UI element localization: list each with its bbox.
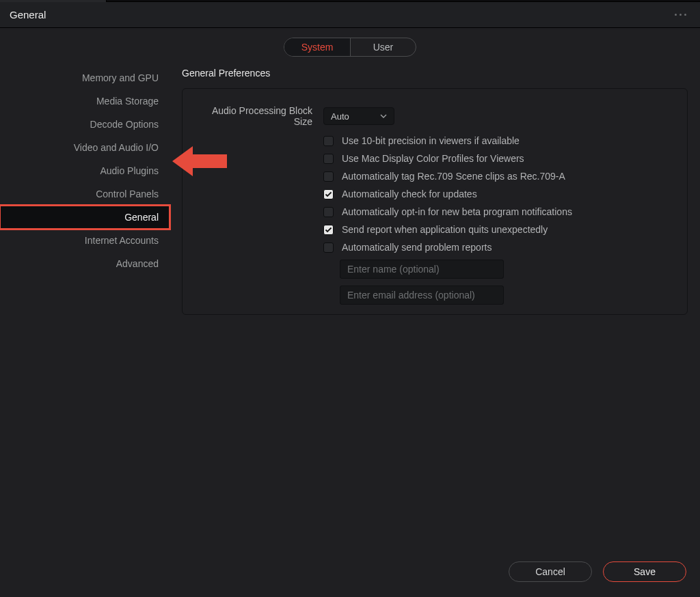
pref-label: Automatically tag Rec.709 Scene clips as… [342, 171, 565, 182]
tab-user[interactable]: User [350, 38, 416, 56]
sidebar-item-internet-accounts[interactable]: Internet Accounts [0, 229, 170, 252]
pref-checkbox[interactable] [323, 171, 334, 182]
pref-label: Send report when application quits unexp… [342, 224, 548, 235]
sidebar-item-audio-plugins[interactable]: Audio Plugins [0, 159, 170, 182]
cancel-button[interactable]: Cancel [509, 561, 592, 582]
block-size-dropdown[interactable]: Auto [323, 107, 394, 125]
sidebar-item-label: Audio Plugins [100, 165, 159, 176]
pref-label: Use 10-bit precision in viewers if avail… [342, 135, 520, 146]
pref-checkbox[interactable] [323, 207, 334, 217]
pref-row: Automatically tag Rec.709 Scene clips as… [323, 171, 671, 182]
window-header: General [0, 2, 700, 28]
tab-system[interactable]: System [284, 38, 350, 56]
pref-row: Automatically opt-in for new beta progra… [323, 206, 671, 217]
sidebar-item-label: Internet Accounts [85, 235, 159, 246]
pref-label: Automatically check for updates [342, 189, 477, 199]
pref-checkbox[interactable] [323, 242, 334, 253]
sidebar-item-control-panels[interactable]: Control Panels [0, 182, 170, 206]
tab-bar: System User [0, 28, 700, 64]
sidebar-item-label: Advanced [116, 258, 159, 269]
check-icon [325, 191, 332, 198]
sidebar-item-media-storage[interactable]: Media Storage [0, 89, 170, 113]
pref-checkbox[interactable] [323, 154, 334, 164]
window-title: General [10, 9, 46, 20]
pref-checkbox[interactable] [323, 136, 334, 146]
segmented-control: System User [284, 38, 416, 57]
chevron-down-icon [380, 113, 387, 120]
pref-label: Automatically opt-in for new beta progra… [342, 206, 572, 217]
preferences-panel: Audio Processing Block Size Auto Use 10-… [182, 88, 688, 315]
pref-row: Automatically send problem reports [323, 242, 671, 253]
sidebar-item-label: Memory and GPU [82, 72, 159, 83]
sidebar-item-label: General [124, 212, 159, 223]
check-icon [325, 226, 332, 234]
panel-title: General Preferences [182, 68, 688, 79]
pref-row: Automatically check for updates [323, 189, 671, 199]
block-size-label: Audio Processing Block Size [199, 105, 323, 127]
pref-row: Use Mac Display Color Profiles for Viewe… [323, 153, 671, 164]
sidebar-item-decode-options[interactable]: Decode Options [0, 113, 170, 136]
save-button[interactable]: Save [603, 561, 686, 582]
report-email-input[interactable] [340, 286, 504, 305]
pref-label: Use Mac Display Color Profiles for Viewe… [342, 153, 524, 164]
sidebar-item-label: Control Panels [96, 189, 159, 199]
sidebar-item-label: Media Storage [96, 96, 159, 107]
pref-checkbox[interactable] [323, 189, 334, 199]
sidebar-item-label: Video and Audio I/O [74, 142, 159, 153]
report-name-input[interactable] [340, 260, 504, 279]
block-size-value: Auto [331, 111, 349, 122]
dialog-footer: Cancel Save [182, 561, 688, 597]
pref-checkbox[interactable] [323, 225, 334, 235]
pref-label: Automatically send problem reports [342, 242, 492, 253]
sidebar-item-memory-and-gpu[interactable]: Memory and GPU [0, 66, 170, 89]
sidebar-item-advanced[interactable]: Advanced [0, 252, 170, 275]
sidebar: Memory and GPUMedia StorageDecode Option… [0, 64, 170, 597]
sidebar-item-video-and-audio-i-o[interactable]: Video and Audio I/O [0, 136, 170, 159]
pref-row: Use 10-bit precision in viewers if avail… [323, 135, 671, 146]
pref-row: Send report when application quits unexp… [323, 224, 671, 235]
sidebar-item-label: Decode Options [90, 119, 159, 130]
more-options-icon[interactable] [671, 10, 690, 20]
sidebar-item-general[interactable]: General [0, 206, 170, 229]
